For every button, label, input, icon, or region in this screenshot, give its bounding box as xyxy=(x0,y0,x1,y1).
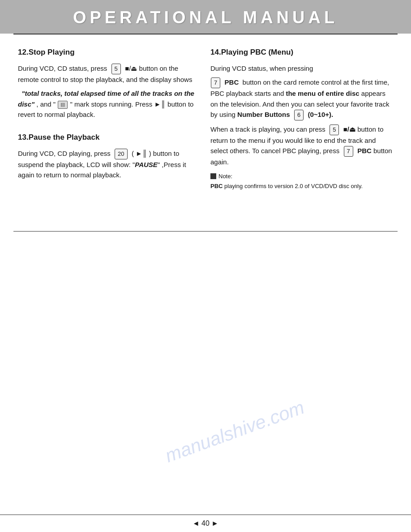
pbc-note-bold: PBC xyxy=(210,183,223,189)
section-13-para1: During VCD, CD playing, press 20 ( ►║ ) … xyxy=(18,148,197,180)
page-number: ◄ 40 ► xyxy=(193,519,218,527)
key-7b-badge: 7 xyxy=(344,146,353,157)
sec14-intro: During VCD status, when pressing xyxy=(210,64,313,72)
section-14: 14.Playing PBC (Menu) During VCD status,… xyxy=(210,48,393,191)
pbc-label-1: PBC xyxy=(225,78,239,86)
section-13-heading: 13.Pause the Playback xyxy=(18,133,197,142)
disc-icon xyxy=(58,101,68,109)
pause-text: PAUSE xyxy=(135,161,158,168)
key-20-badge: 20 xyxy=(115,149,127,159)
section-13-prefix: During VCD, CD playing, press xyxy=(18,150,111,157)
section-14-heading: 14.Playing PBC (Menu) xyxy=(210,48,393,57)
key-5-badge: 5 xyxy=(111,64,121,74)
section-14-para3: When a track is playing, you can press 5… xyxy=(210,124,393,167)
sec14-text3: When a track is playing, you can press xyxy=(210,125,325,133)
stop-label: ■/⏏ xyxy=(343,125,355,133)
note-square-icon xyxy=(210,173,216,179)
range-label: (0~10+). xyxy=(308,111,333,118)
section-12-text-prefix: During VCD, CD status, press xyxy=(18,64,107,72)
key-6-badge: 6 xyxy=(294,110,304,120)
section-12-para2: "total tracks, total elapsed time of all… xyxy=(18,88,197,120)
page-footer: ◄ 40 ► xyxy=(0,515,411,532)
note-header: Note: xyxy=(210,172,393,181)
pbc-label-2: PBC xyxy=(357,147,372,154)
section-12-para1: During VCD, CD status, press 5 ■/⏏ butto… xyxy=(18,63,197,85)
note-text: PBC playing confirms to version 2.0 of V… xyxy=(210,182,393,191)
section-14-para1: During VCD status, when pressing xyxy=(210,63,393,73)
left-column: 12.Stop Playing During VCD, CD status, p… xyxy=(18,48,197,204)
key-7-badge: 7 xyxy=(211,77,220,88)
note-box: Note: PBC playing confirms to version 2.… xyxy=(210,172,393,191)
section-12-and: , and " xyxy=(36,100,56,108)
number-buttons-label: Number Buttons xyxy=(237,111,290,118)
section-12-heading: 12.Stop Playing xyxy=(18,48,197,57)
key-5b-badge: 5 xyxy=(330,124,339,135)
footer-rule xyxy=(13,231,398,232)
bold-menu-text: the menu of entire disc xyxy=(286,90,359,97)
section-13: 13.Pause the Playback During VCD, CD pla… xyxy=(18,133,197,180)
page-header: OPERATIONAL MANUAL xyxy=(0,0,411,34)
note-body: playing confirms to version 2.0 of VCD/D… xyxy=(224,183,363,189)
header-title: OPERATIONAL MANUAL xyxy=(0,8,411,27)
right-column: 14.Playing PBC (Menu) During VCD status,… xyxy=(210,48,393,204)
main-content: 12.Stop Playing During VCD, CD status, p… xyxy=(0,34,411,231)
note-label: Note: xyxy=(218,172,232,181)
section-12: 12.Stop Playing During VCD, CD status, p… xyxy=(18,48,197,120)
watermark: manualshive.com xyxy=(163,397,308,467)
section-14-para2: 7 PBC button on the card remote control … xyxy=(210,77,393,120)
